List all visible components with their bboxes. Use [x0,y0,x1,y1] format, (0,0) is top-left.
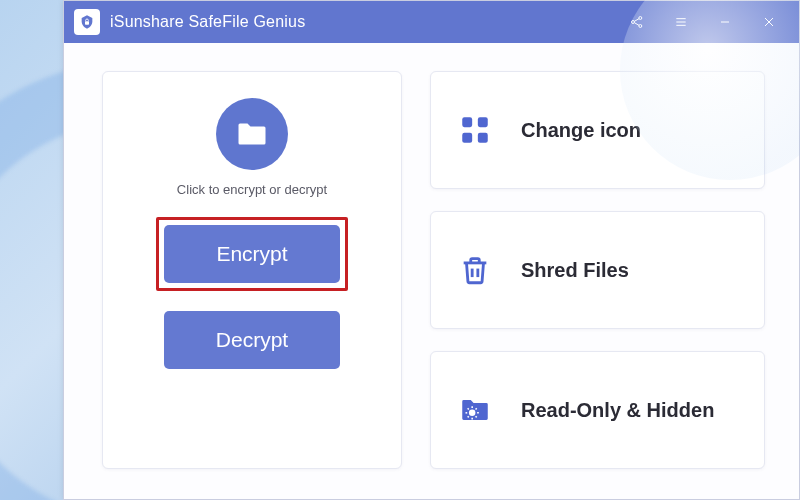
svg-line-25 [476,408,477,409]
svg-point-1 [632,21,635,24]
trash-icon [453,248,497,292]
close-button[interactable] [747,1,791,43]
svg-rect-12 [462,117,472,127]
hint-text: Click to encrypt or decrypt [177,182,327,197]
svg-line-11 [765,18,773,26]
app-window: iSunshare SafeFile Genius Click to encry… [63,0,800,500]
shred-files-label: Shred Files [521,258,629,283]
app-title: iSunshare SafeFile Genius [110,13,305,31]
titlebar: iSunshare SafeFile Genius [64,1,799,43]
svg-line-23 [468,408,469,409]
menu-button[interactable] [659,1,703,43]
svg-rect-14 [462,133,472,143]
titlebar-actions [615,1,791,43]
minimize-button[interactable] [703,1,747,43]
folder-icon [216,98,288,170]
decrypt-button[interactable]: Decrypt [164,311,340,369]
svg-line-5 [634,23,639,26]
svg-point-2 [639,17,642,20]
readonly-hidden-card[interactable]: Read-Only & Hidden [430,351,765,469]
svg-rect-15 [478,133,488,143]
change-icon-card[interactable]: Change icon [430,71,765,189]
shred-files-card[interactable]: Shred Files [430,211,765,329]
feature-list: Change icon Shred Files Read-Only & Hidd… [430,71,765,469]
grid-icon [453,108,497,152]
readonly-hidden-label: Read-Only & Hidden [521,398,714,423]
svg-line-26 [468,416,469,417]
app-logo-icon [74,9,100,35]
svg-line-10 [765,18,773,26]
svg-point-3 [639,25,642,28]
folder-gear-icon [453,388,497,432]
svg-line-4 [634,19,639,22]
svg-point-18 [469,410,476,417]
encrypt-highlight: Encrypt [156,217,348,291]
svg-rect-13 [478,117,488,127]
encrypt-decrypt-card: Click to encrypt or decrypt Encrypt Decr… [102,71,402,469]
svg-rect-0 [85,21,89,24]
change-icon-label: Change icon [521,118,641,143]
share-button[interactable] [615,1,659,43]
content-area: Click to encrypt or decrypt Encrypt Decr… [64,43,799,499]
encrypt-button[interactable]: Encrypt [164,225,340,283]
svg-line-24 [476,416,477,417]
